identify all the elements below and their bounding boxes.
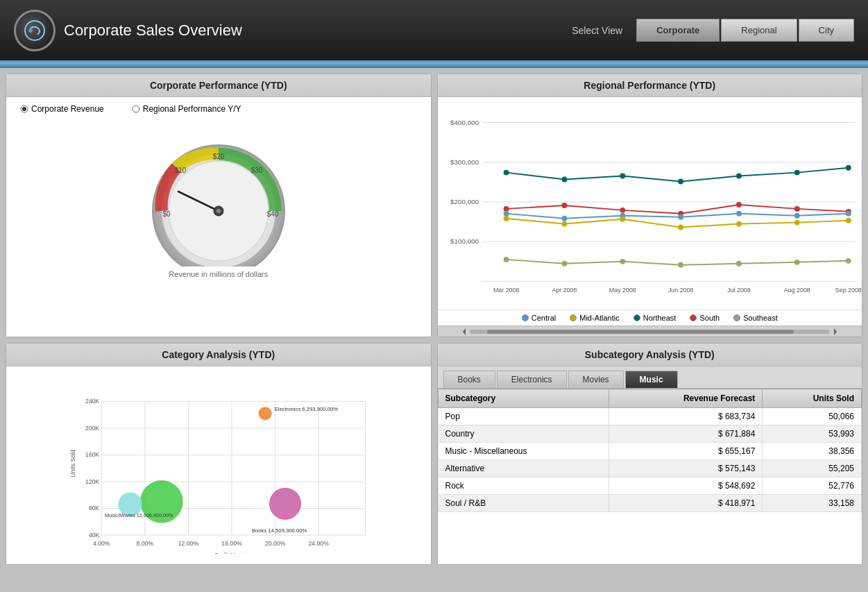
legend-midatlantic: Mid-Atlantic xyxy=(570,314,619,322)
corporate-performance-panel: Corporate Performance (YTD) Corporate Re… xyxy=(6,74,432,337)
cell-subcategory: Soul / R&B xyxy=(438,495,609,512)
legend-central: Central xyxy=(522,314,556,322)
svg-point-58 xyxy=(794,220,799,226)
svg-text:$0: $0 xyxy=(162,210,171,218)
header: Corporate Sales Overview Select View Cor… xyxy=(0,0,868,62)
svg-text:$20: $20 xyxy=(212,153,224,160)
svg-point-59 xyxy=(845,218,851,223)
table-row: Pop$ 683,73450,066 xyxy=(438,408,862,425)
svg-point-1 xyxy=(28,28,33,33)
svg-text:80K: 80K xyxy=(89,505,100,511)
scroll-left-icon[interactable] xyxy=(459,326,470,337)
cell-revenue: $ 418,971 xyxy=(609,495,763,512)
svg-point-55 xyxy=(620,217,625,222)
subcategory-analysis-content: Books Electronics Movies Music Subcatego… xyxy=(438,366,862,564)
svg-text:20.00%: 20.00% xyxy=(265,540,286,547)
subcategory-tabs: Books Electronics Movies Music xyxy=(438,366,862,389)
select-view-label: Select View xyxy=(572,25,622,36)
svg-point-33 xyxy=(561,177,567,183)
svg-point-56 xyxy=(678,225,683,230)
cell-revenue: $ 671,884 xyxy=(609,425,763,443)
svg-point-64 xyxy=(736,261,742,267)
svg-text:Jul 2008: Jul 2008 xyxy=(727,287,751,294)
regional-perf-title: Regional Performance (YTD) xyxy=(438,74,862,97)
svg-text:$200,000: $200,000 xyxy=(450,198,479,205)
table-row: Alternative$ 575,14355,205 xyxy=(438,460,862,477)
svg-text:120K: 120K xyxy=(85,478,99,485)
scrollbar-track[interactable] xyxy=(470,330,831,334)
chart-scrollbar[interactable] xyxy=(438,325,862,337)
svg-point-96 xyxy=(259,407,272,420)
svg-text:$40: $40 xyxy=(266,210,278,218)
svg-point-98 xyxy=(269,488,301,520)
tab-movies[interactable]: Movies xyxy=(568,371,624,388)
svg-point-46 xyxy=(503,211,509,217)
legend-dot-midatlantic xyxy=(570,314,577,321)
svg-point-57 xyxy=(736,221,742,227)
svg-text:Mar 2008: Mar 2008 xyxy=(493,287,519,294)
svg-point-43 xyxy=(736,202,742,208)
svg-point-44 xyxy=(794,206,799,212)
svg-point-61 xyxy=(561,261,567,267)
logo-icon xyxy=(14,10,56,51)
svg-text:16.00%: 16.00% xyxy=(221,540,242,547)
radio-corporate-revenue[interactable]: Corporate Revenue xyxy=(20,104,104,114)
gauge-note: Revenue in millions of dollars xyxy=(169,270,268,278)
cell-subcategory: Country xyxy=(438,425,609,443)
svg-point-39 xyxy=(503,206,509,212)
table-row: Music - Miscellaneous$ 655,16738,356 xyxy=(438,443,862,460)
view-btn-regional[interactable]: Regional xyxy=(721,19,797,42)
corp-perf-title: Corporate Performance (YTD) xyxy=(6,74,431,97)
scrollbar-thumb[interactable] xyxy=(487,330,794,334)
view-btn-city[interactable]: City xyxy=(799,19,854,42)
svg-text:$100,000: $100,000 xyxy=(450,237,479,245)
svg-text:8.00%: 8.00% xyxy=(137,540,154,547)
scatter-plot-container: Units Sold 40K 80K 120K 160K 200K 240K xyxy=(6,366,431,564)
cell-revenue: $ 683,734 xyxy=(609,408,763,425)
legend-south: South xyxy=(690,314,720,322)
gauge-svg: $0 $10 $20 $30 $40 xyxy=(142,128,295,267)
cell-subcategory: Rock xyxy=(438,477,609,495)
svg-point-37 xyxy=(794,170,799,176)
svg-point-4 xyxy=(133,105,139,112)
regional-chart-svg: $400,000 $300,000 $200,000 $100,000 Mar … xyxy=(438,97,862,310)
regional-chart-container: $400,000 $300,000 $200,000 $100,000 Mar … xyxy=(438,97,862,310)
tab-music[interactable]: Music xyxy=(625,371,678,388)
svg-text:12.00%: 12.00% xyxy=(178,540,199,547)
table-row: Country$ 671,88453,993 xyxy=(438,425,862,443)
col-revenue: Revenue Forecast xyxy=(609,389,763,408)
svg-text:Profit Margin: Profit Margin xyxy=(214,552,248,554)
svg-point-3 xyxy=(22,107,26,111)
svg-text:Music/Movies 12,006,400.00%: Music/Movies 12,006,400.00% xyxy=(105,512,173,518)
scroll-right-icon[interactable] xyxy=(830,326,841,337)
legend-dot-northeast xyxy=(633,314,640,321)
svg-point-38 xyxy=(845,165,851,171)
cell-units: 50,066 xyxy=(763,408,862,425)
svg-point-66 xyxy=(845,258,851,264)
col-units: Units Sold xyxy=(763,389,862,408)
view-btn-corporate[interactable]: Corporate xyxy=(636,19,720,42)
legend-dot-southeast xyxy=(733,314,740,321)
svg-text:$30: $30 xyxy=(250,167,262,174)
subcategory-table-container: Subcategory Revenue Forecast Units Sold … xyxy=(438,389,862,564)
svg-point-63 xyxy=(678,262,683,268)
svg-point-62 xyxy=(620,259,625,264)
svg-text:Books 14,509,300.00%: Books 14,509,300.00% xyxy=(252,527,307,534)
tab-books[interactable]: Books xyxy=(443,371,495,388)
gauge-container: $0 $10 $20 $30 $40 Revenue in millions o… xyxy=(142,128,295,278)
table-row: Rock$ 548,69252,776 xyxy=(438,477,862,495)
subcategory-analysis-panel: Subcategory Analysis (YTD) Books Electro… xyxy=(437,343,863,565)
legend-northeast: Northeast xyxy=(633,314,676,322)
table-row: Soul / R&B$ 418,97133,158 xyxy=(438,495,862,512)
svg-text:200K: 200K xyxy=(85,425,99,432)
svg-text:24.00%: 24.00% xyxy=(309,540,330,547)
svg-point-0 xyxy=(25,21,44,40)
tab-electronics[interactable]: Electronics xyxy=(497,371,567,388)
scatter-plot-svg: Units Sold 40K 80K 120K 160K 200K 240K xyxy=(13,373,424,554)
radio-regional-performance[interactable]: Regional Performance Y/Y xyxy=(132,104,241,114)
cell-subcategory: Pop xyxy=(438,408,609,425)
svg-point-53 xyxy=(503,216,509,221)
blue-bar xyxy=(0,62,868,68)
svg-point-34 xyxy=(620,174,625,179)
svg-text:May 2008: May 2008 xyxy=(609,287,636,294)
